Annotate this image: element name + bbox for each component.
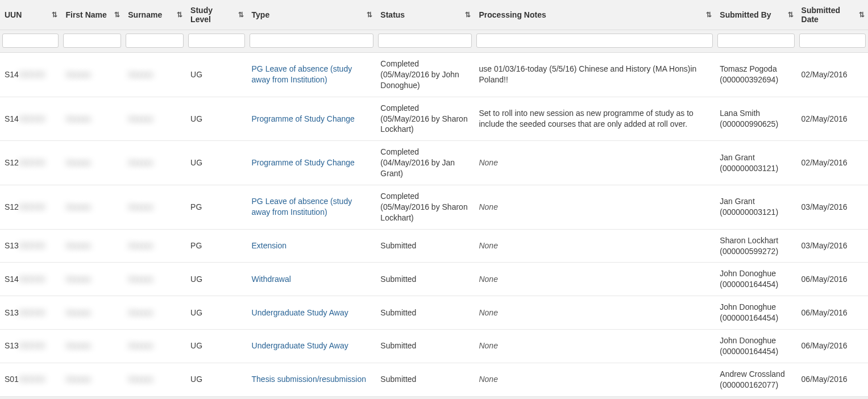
cell-status: Submitted [376, 363, 474, 396]
col-header-study-level[interactable]: Study Level⇅ [186, 0, 247, 30]
filter-study-level[interactable] [188, 34, 244, 48]
cell-submitted-by: Andrew Crossland (000000162077) [715, 363, 796, 396]
redacted-text: Xxxxxx [65, 307, 90, 318]
filter-first-name[interactable] [63, 34, 121, 48]
type-link[interactable]: Programme of Study Change [252, 114, 355, 123]
col-header-surname[interactable]: Surname⇅ [123, 0, 186, 30]
cell-status: Submitted [376, 330, 474, 363]
cell-study-level: PG [186, 185, 247, 230]
cell-type: Thesis submission/resubmission [247, 363, 376, 396]
cell-surname: Xxxxxx [123, 296, 186, 330]
cell-first-name: Xxxxxx [61, 229, 123, 263]
filter-submitted-date[interactable] [799, 34, 866, 48]
sort-icon[interactable]: ⇅ [367, 11, 372, 19]
uun-prefix: S13 [5, 341, 19, 350]
col-header-type[interactable]: Type⇅ [247, 0, 376, 30]
cell-status: Completed (05/May/2016 by John Donoghue) [376, 53, 474, 97]
sort-icon[interactable]: ⇅ [788, 11, 794, 19]
redacted-text: XXXXX [19, 240, 45, 251]
cell-processing-notes: None [474, 330, 715, 363]
col-header-processing-notes[interactable]: Processing Notes⇅ [474, 0, 715, 30]
cell-processing-notes: None [474, 296, 715, 330]
filter-surname[interactable] [126, 34, 184, 48]
redacted-text: Xxxxxx [65, 240, 90, 251]
sort-icon[interactable]: ⇅ [177, 11, 182, 19]
cell-processing-notes: None [474, 185, 715, 230]
redacted-text: Xxxxxx [128, 157, 153, 168]
cell-status: Completed (05/May/2016 by Sharon Lockhar… [376, 185, 474, 230]
cell-first-name: Xxxxxx [61, 296, 123, 330]
cell-processing-notes: None [474, 363, 715, 396]
sort-icon[interactable]: ⇅ [465, 11, 471, 19]
redacted-text: Xxxxxx [65, 157, 90, 168]
type-link[interactable]: PG Leave of absence (study away from Ins… [252, 197, 352, 217]
redacted-text: Xxxxxx [65, 69, 90, 80]
cell-study-level: UG [186, 363, 247, 396]
cell-uun: S14XXXXX [0, 263, 61, 296]
cell-study-level: UG [186, 296, 247, 330]
col-header-submitted-by[interactable]: Submitted By⇅ [715, 0, 796, 30]
col-header-first-name[interactable]: First Name⇅ [61, 0, 123, 30]
col-header-submitted-date[interactable]: Submitted Date⇅ [797, 0, 868, 30]
cell-processing-notes: None [474, 229, 715, 263]
uun-prefix: S12 [5, 202, 19, 211]
cell-type: PG Leave of absence (study away from Ins… [247, 53, 376, 97]
redacted-text: Xxxxxx [65, 340, 90, 351]
cell-submitted-date: 06/May/2016 [797, 330, 868, 363]
cell-uun: S14XXXXX [0, 97, 61, 141]
table-row: S13XXXXXXxxxxxXxxxxxUGUndergraduate Stud… [0, 330, 868, 363]
filter-status[interactable] [378, 34, 472, 48]
type-link[interactable]: Undergraduate Study Away [252, 341, 348, 350]
cell-study-level: UG [186, 141, 247, 185]
filter-submitted-by[interactable] [717, 34, 794, 48]
sort-icon[interactable]: ⇅ [52, 11, 57, 19]
cell-first-name: Xxxxxx [61, 97, 123, 141]
col-header-label: Processing Notes [479, 10, 556, 19]
type-link[interactable]: Programme of Study Change [252, 158, 355, 167]
col-header-label: UUN [5, 10, 32, 19]
cell-submitted-by: Jan Grant (000000003121) [715, 141, 796, 185]
sort-icon[interactable]: ⇅ [238, 11, 244, 19]
table-row: S14XXXXXXxxxxxXxxxxxUGProgramme of Study… [0, 97, 868, 141]
cell-type: Withdrawal [247, 263, 376, 296]
cell-submitted-by: John Donoghue (000000164454) [715, 330, 796, 363]
cell-surname: Xxxxxx [123, 263, 186, 296]
uun-prefix: S12 [5, 158, 19, 167]
cell-submitted-by: Lana Smith (000000990625) [715, 97, 796, 141]
cell-study-level: UG [186, 53, 247, 97]
cell-study-level: UG [186, 330, 247, 363]
sort-icon[interactable]: ⇅ [706, 11, 712, 19]
redacted-text: Xxxxxx [128, 340, 153, 351]
filter-type[interactable] [250, 34, 374, 48]
none-label: None [479, 202, 497, 211]
sort-icon[interactable]: ⇅ [114, 11, 120, 19]
redacted-text: XXXXX [19, 69, 45, 80]
sort-icon[interactable]: ⇅ [859, 11, 865, 19]
cell-surname: Xxxxxx [123, 330, 186, 363]
filter-processing-notes[interactable] [476, 34, 713, 48]
col-header-label: Submitted By [720, 10, 781, 19]
header-row: UUN⇅ First Name⇅ Surname⇅ Study Level⇅ T… [0, 0, 868, 30]
cell-type: Programme of Study Change [247, 97, 376, 141]
none-label: None [479, 341, 497, 350]
type-link[interactable]: Thesis submission/resubmission [252, 375, 367, 384]
type-link[interactable]: Undergraduate Study Away [252, 308, 348, 317]
records-table: UUN⇅ First Name⇅ Surname⇅ Study Level⇅ T… [0, 0, 868, 397]
col-header-status[interactable]: Status⇅ [376, 0, 474, 30]
table-row: S12XXXXXXxxxxxXxxxxxUGProgramme of Study… [0, 141, 868, 185]
type-link[interactable]: Extension [252, 241, 286, 250]
cell-uun: S01XXXXX [0, 363, 61, 396]
redacted-text: XXXXX [19, 307, 45, 318]
cell-type: PG Leave of absence (study away from Ins… [247, 185, 376, 230]
redacted-text: Xxxxxx [128, 374, 153, 385]
redacted-text: Xxxxxx [65, 114, 90, 124]
filter-uun[interactable] [2, 34, 59, 48]
table-body: S14XXXXXXxxxxxXxxxxxUGPG Leave of absenc… [0, 53, 868, 397]
type-link[interactable]: Withdrawal [252, 275, 291, 284]
cell-uun: S13XXXXX [0, 296, 61, 330]
redacted-text: XXXXX [19, 114, 45, 124]
type-link[interactable]: PG Leave of absence (study away from Ins… [252, 64, 352, 84]
cell-status: Submitted [376, 296, 474, 330]
col-header-uun[interactable]: UUN⇅ [0, 0, 61, 30]
cell-submitted-date: 02/May/2016 [797, 53, 868, 97]
